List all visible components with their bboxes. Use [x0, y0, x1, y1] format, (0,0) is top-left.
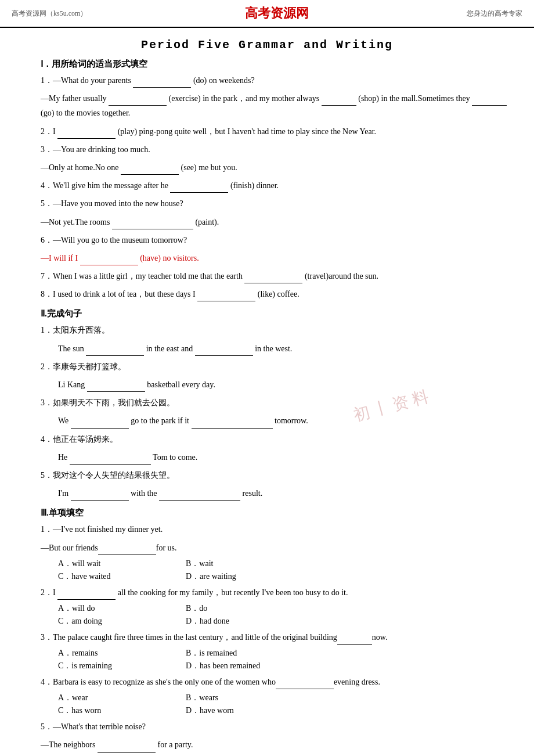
blank-s2-1b: [195, 347, 253, 356]
blank-1c: [322, 96, 356, 106]
blank-4a: [170, 183, 228, 193]
s3-q4: 4．Barbara is easy to recognize as she's …: [41, 675, 511, 689]
option-C: C．have waited: [58, 571, 186, 582]
blank-3a: [121, 165, 179, 175]
s2-q5-cn: 5．我对这个令人失望的结果很失望。: [41, 468, 511, 483]
option-A3: A．remains: [58, 648, 186, 658]
s3-q5: 5．—What's that terrible noise?: [41, 719, 511, 734]
q5-answer: —Not yet.The rooms (paint).: [41, 215, 511, 229]
q6: 6．—Will you go to the museum tomorrow?: [41, 233, 511, 247]
blank-s2-1a: [86, 347, 144, 356]
s3-q1-b: —But our friendsfor us.: [41, 541, 511, 555]
q3: 3．—You are drinking too much.: [41, 142, 511, 157]
section1-label: Ⅰ．用所给词的适当形式填空: [41, 59, 147, 69]
s3-q1-options2: C．have waited D．are waiting: [58, 571, 511, 582]
blank-s2-5b: [159, 491, 240, 501]
header-left: 高考资源网（ks5u.com）: [12, 9, 87, 19]
option-D2: D．had done: [186, 616, 313, 627]
blank-1a: [133, 78, 191, 88]
q4: 4．We'll give him the message after he (f…: [41, 178, 511, 193]
s2-q1-cn: 1．太阳东升西落。: [41, 323, 511, 337]
blank-1d: [472, 96, 507, 106]
option-D4: D．have worn: [186, 705, 313, 716]
blank-s3-3a: [337, 635, 372, 645]
option-A2: A．will do: [58, 603, 186, 614]
s2-q5-en: I'm with the result.: [58, 486, 511, 501]
blank-s3-2a: [57, 591, 116, 600]
option-C3: C．is remaining: [58, 661, 186, 671]
s2-q3-cn: 3．如果明天不下雨，我们就去公园。: [41, 395, 511, 410]
option-A: A．will wait: [58, 559, 186, 569]
s3-q1-options: A．will wait B．wait: [58, 559, 511, 569]
s3-q3: 3．The palace caught fire three times in …: [41, 630, 511, 645]
s3-q3-options: A．remains B．is remained: [58, 648, 511, 658]
q2: 2．I (play) ping-pong quite well，but I ha…: [41, 124, 511, 139]
section3-title: Ⅲ.单项填空: [41, 507, 511, 519]
q3-answer: —Only at home.No one (see) me but you.: [41, 160, 511, 175]
q1-answer: —My father usually (exercise) in the par…: [41, 91, 511, 120]
blank-8a: [197, 292, 255, 301]
q7: 7．When I was a little girl，my teacher to…: [41, 269, 511, 283]
page-title: Period Five Grammar and Writing: [0, 38, 534, 52]
option-B: B．wait: [186, 559, 313, 569]
blank-s2-3b: [192, 419, 273, 429]
s3-q2-options: A．will do B．do: [58, 603, 511, 614]
blank-6a: [80, 256, 138, 265]
blank-s2-2a: [87, 383, 145, 392]
blank-1b: [109, 96, 167, 106]
s3-q2-options2: C．am doing D．had done: [58, 616, 511, 627]
section2-label: Ⅱ.完成句子: [41, 309, 82, 318]
s3-q3-options2: C．is remaining D．has been remained: [58, 661, 511, 671]
s2-q3-en: We go to the park if it tomorrow.: [58, 413, 511, 428]
blank-5a: [112, 220, 193, 229]
s3-q1: 1．—I've not finished my dinner yet.: [41, 522, 511, 537]
s3-q4-options2: C．has worn D．have worn: [58, 705, 511, 716]
blank-7a: [244, 274, 302, 283]
option-D3: D．has been remained: [186, 661, 313, 671]
s2-q2-en: Li Kang basketball every day.: [58, 377, 511, 392]
blank-s3-5a: [98, 743, 156, 753]
q1: 1．—What do your parents (do) on weekends…: [41, 73, 511, 88]
q8: 8．I used to drink a lot of tea，but these…: [41, 287, 511, 301]
blank-s2-4a: [70, 455, 151, 465]
section2-title: Ⅱ.完成句子: [41, 308, 511, 319]
s3-q2: 2．I all the cooking for my family，but re…: [41, 585, 511, 600]
blank-s2-5a: [71, 491, 129, 501]
option-D: D．are waiting: [186, 571, 313, 582]
s2-q1-en: The sun in the east and in the west.: [58, 341, 511, 356]
s3-q4-options: A．wear B．wears: [58, 693, 511, 703]
header-right: 您身边的高考专家: [467, 9, 522, 19]
option-C2: C．am doing: [58, 616, 186, 627]
option-A4: A．wear: [58, 693, 186, 703]
option-B3: B．is remained: [186, 648, 313, 658]
option-B4: B．wears: [186, 693, 313, 703]
page-header: 高考资源网（ks5u.com） 高考资源网 您身边的高考专家: [0, 0, 534, 28]
q5: 5．—Have you moved into the new house?: [41, 196, 511, 211]
option-C4: C．has worn: [58, 705, 186, 716]
main-content: Ⅰ．用所给词的适当形式填空 1．—What do your parents (d…: [0, 59, 534, 756]
q6-answer: —I will if I (have) no visitors.: [41, 251, 511, 265]
section3-label: Ⅲ.单项填空: [41, 508, 84, 517]
section1-title: Ⅰ．用所给词的适当形式填空: [41, 59, 511, 70]
s2-q4-en: He Tom to come.: [58, 450, 511, 465]
s3-q5-b: —The neighbors for a party.: [41, 737, 511, 752]
blank-2a: [57, 129, 116, 139]
blank-s3-1a: [98, 546, 156, 555]
option-B2: B．do: [186, 603, 313, 614]
blank-s2-3a: [71, 419, 129, 429]
s2-q2-cn: 2．李康每天都打篮球。: [41, 359, 511, 374]
blank-s3-4a: [276, 680, 334, 689]
header-logo: 高考资源网: [245, 5, 309, 22]
s2-q4-cn: 4．他正在等汤姆来。: [41, 432, 511, 447]
